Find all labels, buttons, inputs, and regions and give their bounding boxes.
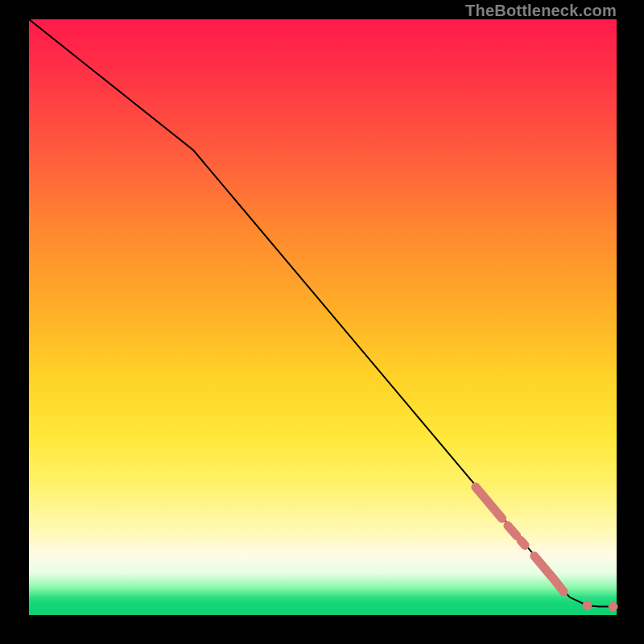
highlight-segment <box>476 487 502 518</box>
highlight-segment <box>521 541 525 546</box>
highlight-segment <box>508 526 517 536</box>
highlight-segment <box>552 577 564 592</box>
curve-marker <box>583 601 592 610</box>
chart-overlay <box>29 19 617 615</box>
main-curve <box>29 19 617 607</box>
highlight-segment <box>535 556 551 576</box>
curve-marker <box>609 602 617 611</box>
highlight-segments <box>476 487 564 592</box>
outer-frame: TheBottleneck.com <box>0 0 644 644</box>
watermark-text: TheBottleneck.com <box>465 2 617 20</box>
